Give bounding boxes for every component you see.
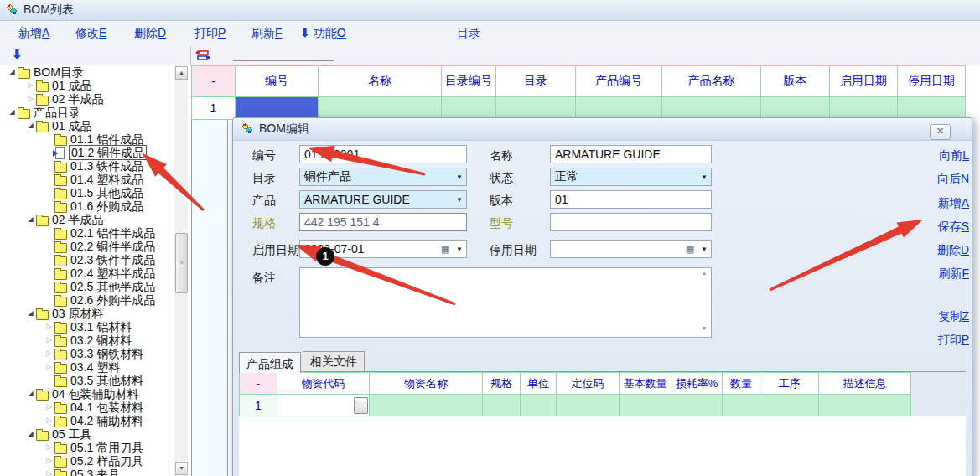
dialog-button-L[interactable]: 向前L <box>939 148 969 163</box>
column-header[interactable]: 产品名称 <box>662 65 761 97</box>
table-cell[interactable] <box>830 97 898 120</box>
tree-item[interactable]: ▷05.2 样品刀具 <box>0 454 174 468</box>
tree-item[interactable]: ◢03 原材料 <box>0 307 174 320</box>
dialog-button-A[interactable]: 新增A <box>938 196 969 211</box>
tree-expander-icon[interactable]: ▷ <box>44 360 54 374</box>
tree-expander-icon[interactable]: ▷ <box>44 334 54 347</box>
table-cell[interactable] <box>760 395 819 416</box>
tree-item[interactable]: ◢01 成品 <box>0 119 174 132</box>
column-header[interactable]: 版本 <box>761 65 830 97</box>
tree-item[interactable]: 03.5 其他材料 <box>0 374 174 387</box>
tree-expander-icon[interactable]: ◢ <box>25 307 36 320</box>
tree-item[interactable]: 01.3 铁件成品 <box>0 159 174 173</box>
scroll-up-icon[interactable]: ▲ <box>698 270 710 280</box>
tree-expander-icon[interactable]: ▷ <box>44 401 54 414</box>
tree-expander-icon[interactable]: ▷ <box>25 92 36 106</box>
table-cell[interactable] <box>723 395 760 416</box>
toolbar-button-E[interactable]: 修改E <box>75 26 106 41</box>
column-header[interactable]: 数量 <box>723 372 760 395</box>
chanpin-combobox[interactable]: ARMATURE GUIDE ▼ <box>299 190 467 209</box>
column-header[interactable]: 单位 <box>521 372 557 395</box>
tingyong-datepicker[interactable]: ▦ ▼ <box>550 240 712 258</box>
table-cell[interactable] <box>319 97 442 120</box>
calendar-icon[interactable]: ▦ <box>686 245 697 253</box>
column-header[interactable]: 定位码 <box>557 372 620 395</box>
toolbar-button-P[interactable]: 打印P <box>194 26 226 41</box>
tree-item[interactable]: 01.6 外购成品 <box>0 199 174 213</box>
table-cell[interactable] <box>442 97 496 120</box>
tree-item[interactable]: 01.4 塑料成品 <box>0 173 174 186</box>
tree-expander-icon[interactable]: ◢ <box>25 387 36 401</box>
tree-item[interactable]: 02.2 铜件半成品 <box>0 240 174 253</box>
chevron-down-icon[interactable]: ▼ <box>697 173 711 181</box>
tree-item[interactable]: 02.3 铁件半成品 <box>0 253 174 266</box>
table-cell[interactable] <box>483 395 521 416</box>
tree-item[interactable]: 02.5 其他半成品 <box>0 280 174 293</box>
xinghao-input[interactable] <box>550 213 712 231</box>
tree-expander-icon[interactable]: ◢ <box>25 213 36 226</box>
chevron-down-icon[interactable]: ▼ <box>453 246 466 253</box>
composition-corner-cell[interactable]: - <box>239 372 277 395</box>
column-header[interactable]: 目录编号 <box>442 65 496 97</box>
column-header[interactable]: 损耗率% <box>671 372 723 395</box>
column-header[interactable]: 产品编号 <box>576 65 662 97</box>
column-header[interactable]: 物资代码 <box>277 372 370 395</box>
tree-item[interactable]: ▷05.3 夹具 <box>0 468 174 476</box>
tree-item[interactable]: ▷03.4 塑料 <box>0 360 174 374</box>
toolbar-button-A[interactable]: 新增A <box>18 26 49 41</box>
zhuangtai-combobox[interactable]: 正常 ▼ <box>550 168 712 186</box>
table-cell[interactable] <box>671 395 723 416</box>
table-cell[interactable] <box>662 97 761 120</box>
column-header[interactable]: 物资名称 <box>370 372 483 395</box>
filter-input[interactable] <box>233 60 334 61</box>
mingcheng-input[interactable]: ARMATURE GUIDE <box>550 145 712 163</box>
tree-expander-icon[interactable]: ▷ <box>44 468 54 476</box>
tab-related-files[interactable]: 相关文件 <box>303 351 365 373</box>
tree-item[interactable]: ◢产品目录 <box>0 106 174 119</box>
tree-item[interactable]: ▷03.2 铜材料 <box>0 334 174 347</box>
tree-item[interactable]: ▷03.1 铝材料 <box>0 320 174 334</box>
tree-scrollbar[interactable]: ▲ ≡ ▼ <box>174 65 188 476</box>
tree-item[interactable]: ▷03.3 钢铁材料 <box>0 347 174 360</box>
table-cell[interactable] <box>576 97 662 120</box>
scroll-down-button[interactable]: ▼ <box>175 462 188 475</box>
table-cell[interactable] <box>370 395 483 416</box>
dialog-button-F[interactable]: 刷新F <box>938 266 969 282</box>
tree-expander-icon[interactable]: ▷ <box>25 79 36 92</box>
tree-expander-icon[interactable]: ◢ <box>7 65 18 79</box>
toolbar-button-D[interactable]: 删除D <box>134 26 166 41</box>
column-header[interactable]: 编号 <box>236 65 319 97</box>
column-header[interactable]: 名称 <box>319 65 442 97</box>
tree-expander-icon[interactable]: ▷ <box>44 454 54 468</box>
swap-columns-icon[interactable] <box>195 49 210 61</box>
bianhao-input[interactable]: 01.200001 <box>299 145 467 163</box>
table-cell[interactable] <box>557 395 620 416</box>
dialog-button-S[interactable]: 保存S <box>938 220 969 235</box>
table-cell[interactable] <box>236 97 319 120</box>
chevron-down-icon[interactable]: ▼ <box>453 196 466 204</box>
chevron-down-icon[interactable]: ▼ <box>453 173 466 181</box>
table-cell[interactable] <box>620 395 671 416</box>
dialog-button-P[interactable]: 打印P <box>938 333 969 348</box>
tree-expander-icon[interactable]: ◢ <box>25 427 36 441</box>
tree-item[interactable]: 02.6 外购半成品 <box>0 293 174 307</box>
row-number-cell[interactable]: 1 <box>239 395 277 416</box>
mulu-combobox[interactable]: 铜件产品 ▼ <box>299 168 467 186</box>
tree-expander-icon[interactable]: ▷ <box>44 347 54 360</box>
table-cell[interactable]: … <box>277 395 370 416</box>
tree-item[interactable]: ◢04 包装辅助材料 <box>0 387 174 401</box>
tree-expander-icon[interactable]: ◢ <box>25 119 36 132</box>
dialog-button-Z[interactable]: 复制Z <box>938 309 969 324</box>
calendar-icon[interactable]: ▦ <box>441 245 453 253</box>
dialog-button-D[interactable]: 删除D <box>937 243 969 258</box>
table-cell[interactable] <box>819 395 911 416</box>
tree-item[interactable]: 01.1 铝件成品 <box>0 132 174 146</box>
tree-expander-icon[interactable]: ◢ <box>7 106 18 119</box>
table-cell[interactable] <box>521 395 557 416</box>
tree-expander-icon[interactable]: ▷ <box>44 441 54 454</box>
tree-item[interactable]: 01.5 其他成品 <box>0 186 174 199</box>
grid-corner-cell[interactable]: - <box>191 65 236 97</box>
tree-item[interactable]: ▷04.2 辅助材料 <box>0 414 174 427</box>
beizhu-textarea[interactable]: ▲ ▼ <box>299 267 712 338</box>
table-cell[interactable] <box>761 97 830 120</box>
